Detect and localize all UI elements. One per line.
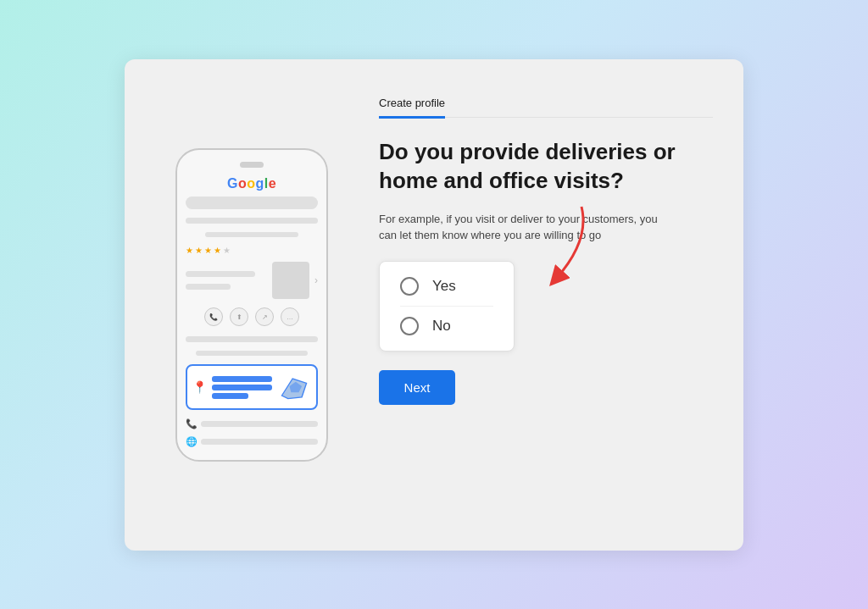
blue-line bbox=[212, 385, 272, 390]
radio-yes[interactable] bbox=[400, 277, 419, 296]
radio-no[interactable] bbox=[400, 317, 419, 335]
phone-content-line bbox=[186, 336, 318, 342]
chevron-right-icon: › bbox=[314, 274, 318, 286]
blue-line bbox=[212, 376, 272, 382]
directions-icon: ⬆ bbox=[230, 307, 248, 326]
option-divider bbox=[400, 306, 493, 307]
location-pin-icon: 📍 bbox=[192, 380, 207, 394]
call-icon: 📞 bbox=[186, 418, 198, 429]
phone-content-line bbox=[196, 351, 309, 357]
phone-illustration: Google ★ ★ ★ ★ ★ › bbox=[159, 93, 345, 517]
option-no-label: No bbox=[432, 318, 451, 335]
option-yes-label: Yes bbox=[432, 278, 456, 295]
blue-line bbox=[212, 393, 248, 399]
share-icon: ↗ bbox=[255, 307, 274, 326]
form-section: Create profile Do you provide deliveries… bbox=[379, 93, 713, 517]
phone-bottom-row-call: 📞 bbox=[186, 418, 318, 429]
tab-row: Create profile bbox=[379, 97, 713, 119]
phone-stars: ★ ★ ★ ★ ★ bbox=[186, 246, 231, 255]
option-no-row[interactable]: No bbox=[397, 308, 497, 344]
blue-content-lines bbox=[212, 376, 272, 399]
map-icon bbox=[277, 373, 311, 401]
tab-create-profile[interactable]: Create profile bbox=[379, 97, 445, 119]
more-icon: … bbox=[281, 307, 299, 326]
phone-line bbox=[201, 439, 318, 445]
main-card: Google ★ ★ ★ ★ ★ › bbox=[125, 59, 743, 551]
question-title: Do you provide deliveries or home and of… bbox=[379, 138, 713, 196]
phone-content-row: › bbox=[186, 262, 318, 299]
next-button[interactable]: Next bbox=[379, 370, 455, 405]
options-box: Yes No bbox=[379, 261, 515, 352]
question-description: For example, if you visit or deliver to … bbox=[379, 211, 667, 244]
phone-line bbox=[201, 421, 318, 427]
phone-icon-row: 📞 ⬆ ↗ … bbox=[204, 307, 299, 326]
phone-mockup: Google ★ ★ ★ ★ ★ › bbox=[175, 148, 328, 462]
phone-line bbox=[186, 271, 255, 277]
phone-content-lines bbox=[186, 269, 267, 291]
phone-content-line bbox=[205, 232, 298, 238]
phone-highlight-card: 📍 bbox=[186, 364, 318, 410]
phone-line bbox=[186, 284, 231, 290]
phone-icon: 📞 bbox=[204, 307, 223, 326]
phone-thumbnail bbox=[272, 262, 309, 299]
globe-icon: 🌐 bbox=[186, 436, 198, 447]
option-yes-row[interactable]: Yes bbox=[397, 269, 497, 304]
phone-camera bbox=[240, 162, 264, 169]
phone-search-bar bbox=[186, 197, 318, 209]
phone-content-line bbox=[186, 218, 318, 224]
phone-bottom-row-globe: 🌐 bbox=[186, 436, 318, 447]
google-logo: Google bbox=[227, 176, 276, 191]
